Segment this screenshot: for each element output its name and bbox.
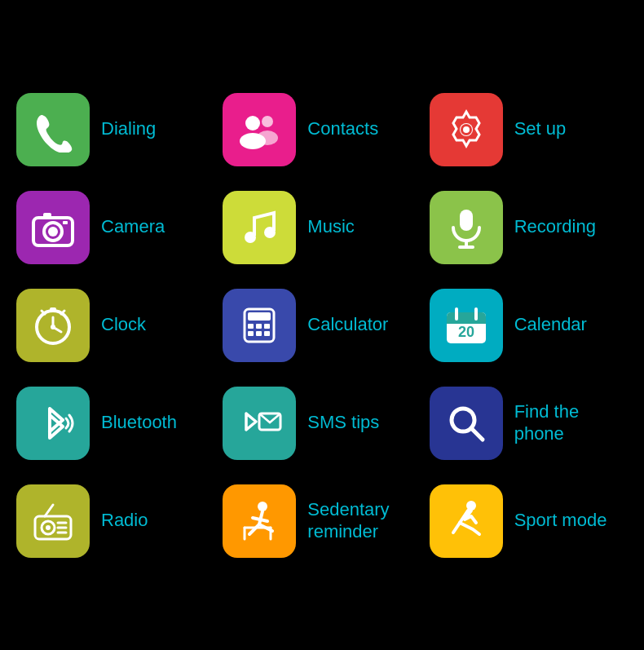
svg-rect-25 (248, 324, 254, 329)
app-item-music[interactable]: Music (223, 191, 421, 264)
svg-rect-10 (63, 221, 68, 224)
app-item-sport[interactable]: Sport mode (430, 484, 628, 558)
svg-point-22 (51, 325, 55, 329)
app-label-camera: Camera (101, 216, 165, 237)
app-label-recording: Recording (514, 216, 596, 237)
app-label-contacts: Contacts (307, 118, 378, 139)
mic-icon (430, 191, 503, 264)
bluetooth-icon (16, 387, 90, 460)
app-item-clock[interactable]: Clock (16, 289, 214, 362)
contacts-icon (223, 93, 296, 166)
app-label-sms: SMS tips (307, 412, 379, 433)
app-label-sedentary: Sedentary reminder (307, 499, 421, 542)
app-item-camera[interactable]: Camera (16, 191, 214, 264)
app-item-recording[interactable]: Recording (430, 191, 628, 264)
music-icon (223, 191, 296, 264)
app-item-bluetooth[interactable]: Bluetooth (16, 387, 214, 460)
app-label-bluetooth: Bluetooth (101, 412, 177, 433)
svg-rect-21 (50, 307, 56, 312)
app-label-radio: Radio (101, 510, 148, 531)
app-item-calculator[interactable]: Calculator (223, 289, 421, 362)
settings-icon (430, 93, 503, 166)
app-item-contacts[interactable]: Contacts (223, 93, 421, 166)
svg-point-42 (46, 525, 51, 530)
svg-rect-9 (43, 213, 51, 219)
svg-rect-29 (256, 331, 262, 336)
sedentary-icon (223, 484, 296, 558)
app-item-find-phone[interactable]: Find the phone (430, 387, 628, 460)
app-item-calendar[interactable]: 20 Calendar (430, 289, 628, 362)
svg-line-39 (471, 428, 483, 440)
svg-rect-28 (248, 331, 254, 336)
sport-icon (430, 484, 503, 558)
app-label-dialing: Dialing (101, 118, 156, 139)
svg-rect-27 (264, 324, 270, 329)
svg-point-12 (264, 227, 276, 238)
svg-point-8 (48, 227, 58, 237)
app-label-music: Music (307, 216, 354, 237)
svg-text:20: 20 (458, 324, 474, 340)
sms-icon (223, 387, 296, 460)
app-item-setup[interactable]: Set up (430, 93, 628, 166)
svg-point-11 (245, 232, 256, 243)
app-label-sport: Sport mode (514, 510, 607, 531)
app-item-radio[interactable]: Radio (16, 484, 214, 558)
svg-rect-24 (248, 312, 271, 321)
find-icon (430, 387, 503, 460)
clock-icon (16, 289, 90, 362)
svg-point-2 (262, 116, 273, 127)
svg-rect-13 (460, 210, 473, 231)
svg-rect-30 (264, 331, 270, 336)
phone-icon (16, 93, 90, 166)
app-item-dialing[interactable]: Dialing (16, 93, 214, 166)
app-item-sms[interactable]: SMS tips (223, 387, 421, 460)
app-label-setup: Set up (514, 118, 567, 139)
app-label-find-phone: Find the phone (514, 401, 628, 444)
app-label-clock: Clock (101, 314, 146, 335)
app-label-calculator: Calculator (307, 314, 388, 335)
svg-point-5 (463, 126, 470, 133)
radio-icon (16, 484, 90, 558)
app-grid: Dialing Contacts Set up (0, 69, 644, 582)
svg-point-3 (257, 130, 278, 145)
camera-icon (16, 191, 90, 264)
svg-point-0 (245, 116, 260, 130)
svg-line-46 (45, 505, 53, 516)
app-label-calendar: Calendar (514, 314, 587, 335)
calendar-icon: 20 (430, 289, 503, 362)
app-item-sedentary[interactable]: Sedentary reminder (223, 484, 421, 558)
svg-rect-26 (256, 324, 262, 329)
calculator-icon (223, 289, 296, 362)
